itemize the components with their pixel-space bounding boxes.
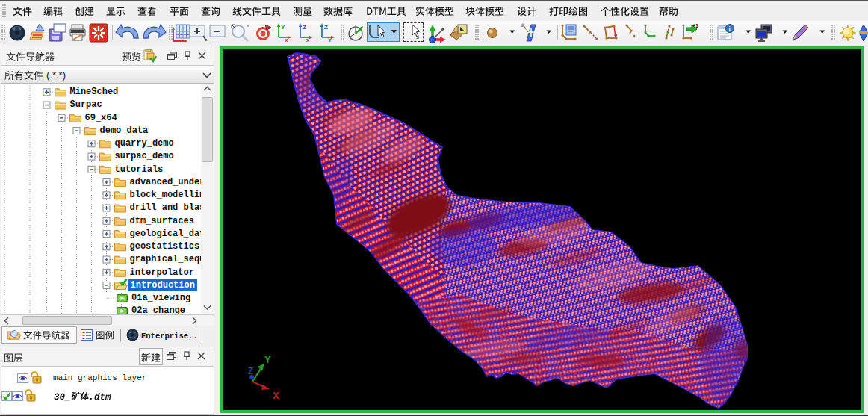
svg-text:Z: Z [248, 366, 253, 376]
svg-text:X: X [273, 390, 279, 401]
svg-text:Y: Y [264, 354, 271, 365]
